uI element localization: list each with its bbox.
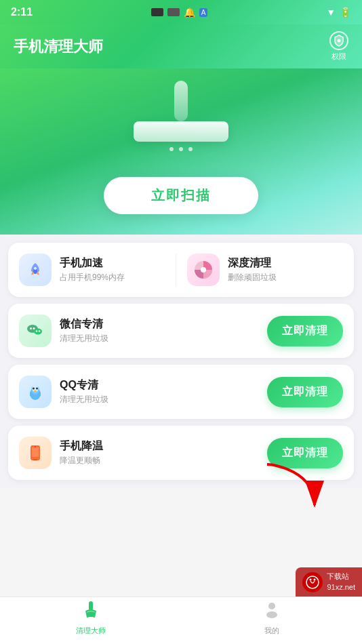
wechat-clean-row: 微信专清 清理无用垃圾 立即清理 xyxy=(19,315,343,347)
app-title: 手机清理大师 xyxy=(14,37,103,57)
svg-point-17 xyxy=(30,393,33,397)
wechat-clean-title: 微信专清 xyxy=(60,317,108,331)
broom-icon xyxy=(81,600,100,623)
scan-button[interactable]: 立即扫描 xyxy=(104,177,258,214)
status-icon-2 xyxy=(167,8,180,16)
vacuum-dots xyxy=(169,147,193,151)
svg-point-26 xyxy=(266,611,277,618)
phone-cool-title: 手机降温 xyxy=(60,439,103,454)
qq-clean-button[interactable]: 立即清理 xyxy=(267,377,343,407)
phone-cool-card: 手机降温 降温更顺畅 立即清理 xyxy=(8,426,354,480)
vacuum-dot-3 xyxy=(188,147,193,151)
svg-point-18 xyxy=(38,393,41,397)
phone-boost-text: 手机加速 占用手机99%内存 xyxy=(60,256,125,283)
nav-item-mine[interactable]: 我的 xyxy=(181,600,362,636)
permission-label: 权限 xyxy=(331,52,346,62)
status-time: 2:11 xyxy=(11,6,33,18)
vacuum-cord xyxy=(174,81,188,121)
vacuum-dot-2 xyxy=(179,147,183,151)
battery-icon: 🔋 xyxy=(340,7,351,18)
phone-cool-icon-wrap xyxy=(19,437,52,469)
svg-point-22 xyxy=(35,446,36,447)
phone-boost-icon-wrap xyxy=(19,254,52,286)
watermark: 下载站 91xz.net xyxy=(296,567,362,597)
phone-cool-text: 手机降温 降温更顺畅 xyxy=(60,439,103,466)
status-icons-left: 🔔 A xyxy=(151,7,208,18)
bottom-navigation: 清理大师 我的 下载站 91xz.net xyxy=(0,597,362,644)
top-features-card: 手机加速 占用手机99%内存 深度清理 xyxy=(8,243,354,297)
vacuum-head xyxy=(134,121,228,142)
qq-clean-title: QQ专清 xyxy=(60,378,108,393)
deep-clean-icon-wrap xyxy=(187,254,220,286)
qq-clean-row: QQ专清 清理无用垃圾 立即清理 xyxy=(19,376,343,408)
phone-cool-row: 手机降温 降温更顺畅 立即清理 xyxy=(19,437,343,469)
svg-point-0 xyxy=(338,39,341,43)
svg-point-10 xyxy=(39,330,40,331)
wechat-icon-wrap xyxy=(19,315,52,347)
svg-point-14 xyxy=(33,388,35,390)
wechat-clean-left: 微信专清 清理无用垃圾 xyxy=(19,315,108,347)
svg-rect-20 xyxy=(32,447,39,457)
svg-point-7 xyxy=(33,327,35,329)
shield-icon xyxy=(329,31,348,50)
nav-item-clean-master[interactable]: 清理大师 xyxy=(0,600,181,636)
svg-point-16 xyxy=(34,390,37,392)
svg-point-8 xyxy=(34,329,42,335)
qq-icon-wrap xyxy=(19,376,52,408)
deep-clean-desc: 删除顽固垃圾 xyxy=(228,272,277,283)
svg-point-9 xyxy=(36,330,37,331)
phone-cool-desc: 降温更顺畅 xyxy=(60,455,103,466)
qq-clean-desc: 清理无用垃圾 xyxy=(60,394,108,405)
status-a-icon: A xyxy=(199,8,208,17)
qq-clean-left: QQ专清 清理无用垃圾 xyxy=(19,376,108,408)
top-features-row: 手机加速 占用手机99%内存 深度清理 xyxy=(19,254,343,286)
wechat-clean-desc: 清理无用垃圾 xyxy=(60,333,108,344)
qq-clean-text: QQ专清 清理无用垃圾 xyxy=(60,378,108,405)
watermark-circle xyxy=(302,572,323,592)
svg-point-6 xyxy=(30,327,32,329)
watermark-line1: 下载站 xyxy=(327,571,355,582)
phone-boost-title: 手机加速 xyxy=(60,256,125,270)
watermark-line2: 91xz.net xyxy=(327,582,355,592)
svg-point-28 xyxy=(310,578,312,580)
wifi-icon: ▼ xyxy=(326,7,336,18)
deep-clean-item[interactable]: 深度清理 删除顽固垃圾 xyxy=(176,254,344,286)
svg-point-25 xyxy=(268,603,275,609)
app-header: 手机清理大师 权限 xyxy=(0,24,362,68)
phone-boost-desc: 占用手机99%内存 xyxy=(60,272,125,283)
content-area: 手机加速 占用手机99%内存 深度清理 xyxy=(0,235,362,488)
deep-clean-title: 深度清理 xyxy=(228,256,277,270)
deep-clean-text: 深度清理 删除顽固垃圾 xyxy=(228,256,277,283)
nav-mine-label: 我的 xyxy=(264,626,279,636)
hero-section: 立即扫描 xyxy=(0,68,362,235)
status-icon-1 xyxy=(151,8,163,16)
permission-button[interactable]: 权限 xyxy=(329,31,348,62)
phone-boost-item[interactable]: 手机加速 占用手机99%内存 xyxy=(19,254,176,286)
svg-point-2 xyxy=(34,267,37,270)
status-bar: 2:11 🔔 A ▼ 🔋 xyxy=(0,0,362,24)
svg-rect-21 xyxy=(33,460,37,460)
person-icon xyxy=(262,600,281,623)
notification-icon: 🔔 xyxy=(184,7,195,18)
vacuum-dot-1 xyxy=(169,147,174,151)
phone-cool-button[interactable]: 立即清理 xyxy=(267,438,343,468)
nav-clean-master-label: 清理大师 xyxy=(76,626,106,636)
phone-cool-left: 手机降温 降温更顺畅 xyxy=(19,437,103,469)
qq-clean-card: QQ专清 清理无用垃圾 立即清理 xyxy=(8,365,354,419)
wechat-clean-card: 微信专清 清理无用垃圾 立即清理 xyxy=(8,304,354,358)
vacuum-illustration xyxy=(127,82,235,163)
svg-point-15 xyxy=(36,388,38,390)
status-icons-right: ▼ 🔋 xyxy=(326,7,351,18)
watermark-text: 下载站 91xz.net xyxy=(327,571,355,592)
svg-point-27 xyxy=(306,576,319,588)
svg-rect-24 xyxy=(89,601,93,611)
svg-point-29 xyxy=(314,578,316,580)
wechat-clean-text: 微信专清 清理无用垃圾 xyxy=(60,317,108,344)
svg-point-4 xyxy=(201,267,206,273)
wechat-clean-button[interactable]: 立即清理 xyxy=(267,316,343,346)
